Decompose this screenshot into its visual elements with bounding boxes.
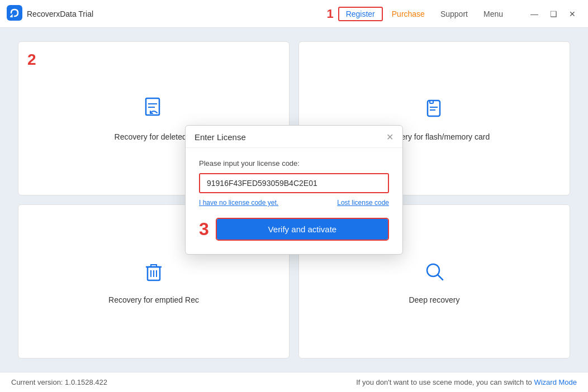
flash-card-icon — [422, 96, 447, 126]
search-icon — [422, 259, 447, 289]
step2-badge: 2 — [27, 51, 36, 69]
document-back-icon — [141, 96, 166, 126]
enter-license-dialog: Enter License ✕ Please input your licens… — [185, 125, 403, 255]
svg-rect-0 — [7, 5, 22, 21]
step3-badge: 3 — [199, 219, 209, 240]
step1-badge: 1 — [326, 7, 333, 21]
license-input[interactable] — [200, 174, 388, 192]
dialog-label: Please input your license code: — [199, 159, 389, 168]
no-license-link[interactable]: I have no license code yet. — [199, 199, 278, 207]
dialog-header: Enter License ✕ — [186, 126, 402, 148]
card-deep-label: Deep recovery — [409, 295, 459, 304]
minimize-button[interactable]: — — [525, 5, 543, 23]
license-input-wrapper — [199, 173, 389, 193]
svg-line-14 — [438, 275, 443, 280]
dialog-body: Please input your license code: I have n… — [186, 148, 402, 254]
verify-activate-button[interactable]: Verify and activate — [217, 219, 388, 240]
dialog-close-button[interactable]: ✕ — [386, 133, 393, 142]
svg-rect-5 — [430, 101, 433, 103]
version-text: Current version: 1.0.1528.422 — [11, 378, 107, 386]
trash-icon — [141, 259, 166, 289]
dialog-title: Enter License — [195, 132, 246, 142]
app-title: RecoverxData Trial — [27, 9, 326, 18]
window-controls: — ❑ ✕ — [525, 5, 581, 23]
status-bar: Current version: 1.0.1528.422 If you don… — [0, 372, 588, 392]
switch-text: If you don't want to use scene mode, you… — [356, 378, 577, 386]
app-logo — [7, 5, 22, 23]
card-emptied-label: Recovery for emptied Rec — [108, 295, 199, 304]
nav-buttons: Register Purchase Support Menu — [338, 7, 510, 21]
dialog-links: I have no license code yet. Lost license… — [199, 199, 389, 207]
maximize-button[interactable]: ❑ — [544, 5, 562, 23]
step3-area: 3 Verify and activate — [199, 218, 389, 241]
lost-license-link[interactable]: Lost license code — [337, 199, 389, 207]
register-button[interactable]: Register — [338, 7, 383, 21]
wizard-mode-link[interactable]: Wizard Mode — [534, 378, 577, 386]
card-deleted-label: Recovery for deleted d — [115, 132, 193, 141]
menu-button[interactable]: Menu — [477, 7, 510, 21]
close-button[interactable]: ✕ — [563, 5, 581, 23]
purchase-button[interactable]: Purchase — [385, 7, 431, 21]
main-content: 2 Recovery for deleted d — [0, 28, 588, 372]
title-bar: RecoverxData Trial 1 Register Purchase S… — [0, 0, 588, 28]
support-button[interactable]: Support — [434, 7, 475, 21]
verify-btn-wrapper: Verify and activate — [216, 218, 389, 241]
